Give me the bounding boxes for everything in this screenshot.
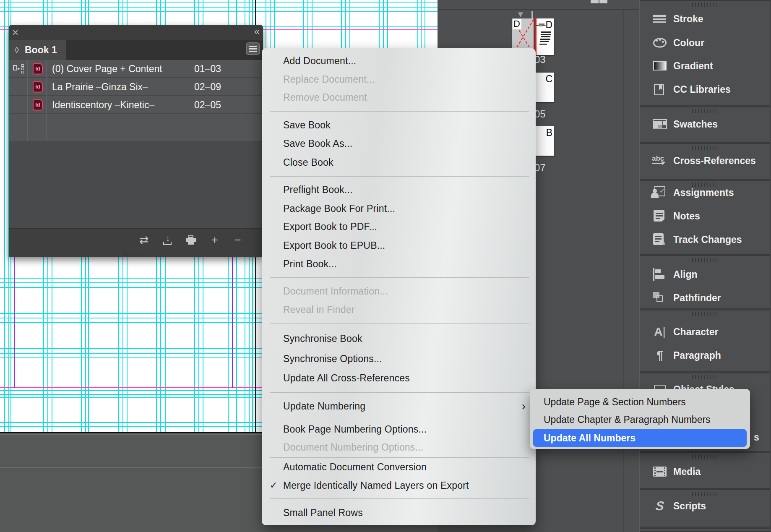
page-prefix-label: B bbox=[546, 127, 552, 138]
submenu-item-update-all-numbers[interactable]: Update All Numbers bbox=[533, 429, 747, 447]
dock-item-align[interactable]: Align bbox=[640, 265, 770, 284]
document-name: La Prairie –Ginza Six– bbox=[52, 81, 148, 92]
menu-item-label: Preflight Book... bbox=[283, 184, 353, 196]
group-drag-grip[interactable] bbox=[692, 3, 718, 7]
book-panel-tab-row: ◊ Book 1 bbox=[9, 40, 263, 60]
group-drag-grip[interactable] bbox=[692, 455, 718, 459]
document-open-indicator-icon: ▸ bbox=[13, 64, 24, 73]
book-document-row[interactable]: Id Identiscentory –Kinetic– 02–05 bbox=[9, 96, 263, 114]
menu-item-close-book[interactable]: Close Book bbox=[262, 153, 536, 172]
update-numbering-submenu: Update Page & Section NumbersUpdate Chap… bbox=[530, 389, 750, 449]
dock-item-media[interactable]: Media bbox=[640, 462, 770, 481]
page-prefix-label: C bbox=[545, 73, 552, 85]
menu-item-replace-document: Replace Document... bbox=[262, 70, 536, 89]
menu-item-export-book-to-pdf[interactable]: Export Book to PDF... bbox=[262, 217, 536, 236]
dock-panel-group: Media bbox=[640, 452, 770, 489]
book-document-row[interactable]: ▸Id (0) Cover Page + Content 01–03 bbox=[9, 60, 263, 78]
ruler-guide-horizontal bbox=[0, 11, 438, 12]
menu-item-merge-identically-named-layers-on-export[interactable]: ✓Merge Identically Named Layers on Expor… bbox=[262, 476, 536, 495]
dock-item-colour[interactable]: Colour bbox=[640, 33, 770, 52]
submenu-item-update-page-section-numbers[interactable]: Update Page & Section Numbers bbox=[533, 393, 747, 411]
gradient-icon bbox=[652, 59, 668, 73]
menu-item-book-page-numbering-options[interactable]: Book Page Numbering Options... bbox=[262, 420, 536, 438]
print-icon[interactable] bbox=[186, 235, 197, 245]
menu-separator bbox=[270, 392, 529, 393]
ruler-guide-horizontal bbox=[0, 2, 438, 3]
paragraph-icon: ¶ bbox=[652, 348, 668, 362]
media-icon bbox=[652, 464, 668, 479]
group-drag-grip[interactable] bbox=[692, 312, 718, 316]
dock-item-stroke[interactable]: Stroke bbox=[640, 9, 770, 29]
book-panel-resize-grip[interactable] bbox=[9, 250, 263, 257]
synchronise-icon[interactable]: ⇄ bbox=[139, 233, 149, 247]
menu-item-add-document[interactable]: Add Document... bbox=[262, 52, 536, 70]
swatches-icon bbox=[652, 117, 668, 131]
sync-status-icon: ◊ bbox=[15, 45, 19, 55]
menu-item-label: Merge Identically Named Layers on Export bbox=[283, 480, 469, 491]
checkmark-icon: ✓ bbox=[270, 480, 277, 491]
dock-item-assignments[interactable]: ✓Assignments bbox=[640, 183, 770, 202]
menu-item-label: Document Numbering Options... bbox=[283, 442, 423, 453]
menu-item-update-all-cross-references[interactable]: Update All Cross-References bbox=[262, 369, 536, 387]
menu-item-export-book-to-epub[interactable]: Export Book to EPUB... bbox=[262, 236, 536, 255]
align-icon bbox=[652, 267, 668, 282]
dock-item-label: CC Libraries bbox=[673, 84, 731, 95]
menu-item-label: Update All Cross-References bbox=[283, 373, 410, 384]
menu-item-automatic-document-conversion[interactable]: Automatic Document Conversion bbox=[262, 458, 536, 476]
track-changes-icon: ✎ bbox=[652, 232, 668, 247]
dock-item-label: Stroke bbox=[673, 13, 703, 25]
dock-item-paragraph[interactable]: ¶Paragraph bbox=[640, 346, 770, 365]
menu-item-update-numbering[interactable]: Update Numbering› bbox=[262, 397, 536, 415]
menu-item-synchronise-book[interactable]: Synchronise Book bbox=[262, 329, 536, 348]
collapse-panel-icon[interactable]: « bbox=[254, 26, 259, 37]
group-drag-grip[interactable] bbox=[692, 375, 718, 379]
dock-item-track-changes[interactable]: ✎Track Changes bbox=[640, 230, 770, 249]
book-panel: × « ◊ Book 1 ▸Id (0) Cover Page + Conten… bbox=[9, 25, 263, 257]
ruler-guide-horizontal bbox=[0, 7, 438, 8]
dock-panel-group: StrokeColourGradientCC Libraries bbox=[640, 0, 770, 106]
page-thumbnail-spread-right[interactable]: —D bbox=[535, 18, 554, 55]
dock-item-swatches[interactable]: Swatches bbox=[640, 115, 770, 134]
submenu-item-update-chapter-paragraph-numbers[interactable]: Update Chapter & Paragraph Numbers bbox=[533, 411, 747, 428]
stroke-icon bbox=[652, 12, 668, 26]
menu-item-synchronise-options[interactable]: Synchronise Options... bbox=[262, 349, 536, 368]
submenu-item-label: Update Chapter & Paragraph Numbers bbox=[544, 414, 711, 425]
group-drag-grip[interactable] bbox=[692, 492, 718, 496]
dock-item-notes[interactable]: Notes bbox=[640, 206, 770, 226]
add-document-icon[interactable]: + bbox=[211, 234, 218, 247]
dock-item-cc-libraries[interactable]: CC Libraries bbox=[640, 80, 770, 99]
menu-item-label: Remove Document bbox=[283, 92, 367, 103]
panel-menu-icon[interactable] bbox=[246, 42, 260, 55]
group-drag-grip[interactable] bbox=[692, 146, 718, 150]
submenu-item-label: Update All Numbers bbox=[544, 433, 636, 444]
tab-book-1[interactable]: ◊ Book 1 bbox=[9, 40, 66, 60]
group-drag-grip[interactable] bbox=[692, 258, 718, 262]
close-icon[interactable]: × bbox=[12, 26, 18, 39]
import-export-icon[interactable]: ↓ bbox=[163, 235, 173, 245]
menu-item-save-book[interactable]: Save Book bbox=[262, 116, 536, 134]
remove-document-icon[interactable]: − bbox=[234, 234, 241, 247]
dock-item-label: Gradient bbox=[673, 60, 713, 72]
indesign-document-icon: Id bbox=[33, 99, 43, 110]
menu-item-preflight-book[interactable]: Preflight Book... bbox=[262, 180, 536, 199]
dock-panel-group: AlignPathfinder bbox=[640, 255, 770, 309]
dock-item-scripts[interactable]: SScripts bbox=[640, 496, 770, 516]
dock-item-gradient[interactable]: Gradient bbox=[640, 56, 770, 76]
book-document-row[interactable]: Id La Prairie –Ginza Six– 02–09 bbox=[9, 78, 263, 96]
page-thumbnail[interactable]: C bbox=[534, 73, 554, 102]
group-drag-grip[interactable] bbox=[692, 109, 718, 113]
book-document-list: ▸Id (0) Cover Page + Content 01–03Id La … bbox=[9, 60, 263, 141]
list-column-divider bbox=[27, 60, 28, 141]
dock-item-label: Character bbox=[673, 326, 718, 338]
menu-item-save-book-as[interactable]: Save Book As... bbox=[262, 134, 536, 153]
menu-item-print-book[interactable]: Print Book... bbox=[262, 255, 536, 273]
menu-item-small-panel-rows[interactable]: Small Panel Rows bbox=[262, 503, 536, 522]
dock-item-character[interactable]: A|Character bbox=[640, 322, 770, 342]
book-panel-titlebar[interactable]: × « bbox=[9, 25, 263, 40]
dock-panel-group: SScripts bbox=[640, 489, 770, 527]
page-thumbnail[interactable]: B bbox=[534, 126, 554, 156]
dock-panel-group: Swatches bbox=[640, 107, 770, 143]
dock-item-cross-references[interactable]: abc➤Cross-References bbox=[640, 151, 770, 170]
dock-item-pathfinder[interactable]: Pathfinder bbox=[640, 288, 770, 308]
menu-item-package-book-for-print[interactable]: Package Book For Print... bbox=[262, 199, 536, 218]
